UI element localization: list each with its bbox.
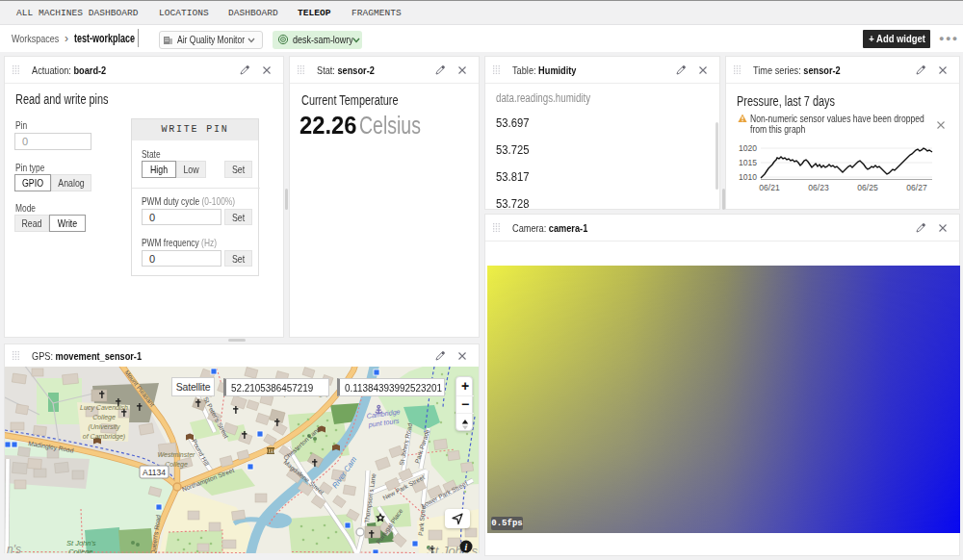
svg-text:1015: 1015 [739, 158, 757, 167]
svg-text:A1134: A1134 [143, 468, 166, 477]
svg-text:06/21: 06/21 [759, 183, 780, 192]
svg-text:06/23: 06/23 [808, 183, 829, 192]
svg-text:06/25: 06/25 [857, 183, 878, 192]
svg-text:Westminster: Westminster [158, 451, 195, 458]
svg-text:College: College [68, 547, 92, 553]
svg-text:i: i [465, 542, 468, 552]
svg-text:n's: n's [7, 543, 21, 553]
svg-text:Lucy Cavendish: Lucy Cavendish [80, 404, 128, 412]
svg-text:06/27: 06/27 [906, 183, 927, 192]
svg-text:1020: 1020 [739, 143, 757, 153]
svg-text:1010: 1010 [739, 172, 757, 182]
svg-text:(University: (University [88, 423, 120, 431]
svg-text:College: College [92, 414, 116, 421]
svg-text:St John's: St John's [66, 539, 96, 547]
svg-text:of Cambridge): of Cambridge) [83, 433, 125, 441]
